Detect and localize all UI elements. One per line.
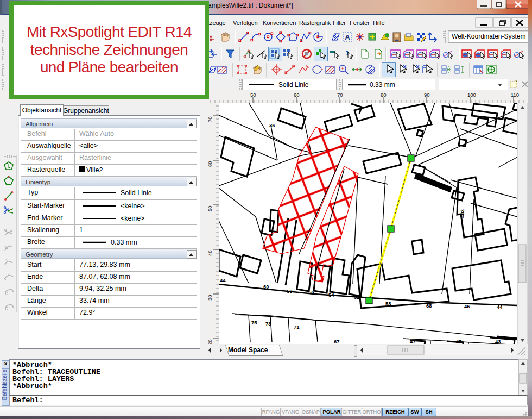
svg-text:75: 75 [251, 320, 257, 326]
svg-text:60: 60 [263, 284, 269, 290]
svg-text:60: 60 [294, 92, 300, 98]
svg-text:60: 60 [207, 161, 213, 167]
svg-text:20: 20 [207, 339, 213, 344]
svg-text:Solid Linie: Solid Linie [121, 189, 152, 197]
svg-text:40: 40 [207, 250, 213, 256]
svg-text:100: 100 [467, 92, 476, 98]
svg-text:44: 44 [220, 277, 226, 283]
svg-text:54: 54 [328, 292, 334, 298]
svg-text:47: 47 [410, 339, 416, 344]
svg-text:50: 50 [207, 205, 213, 211]
svg-text:50: 50 [250, 92, 256, 98]
svg-text:<keine>: <keine> [121, 202, 144, 210]
svg-text:52: 52 [354, 294, 360, 300]
svg-text:58: 58 [385, 301, 391, 307]
svg-text:73: 73 [265, 321, 271, 327]
svg-text:A: A [345, 33, 350, 41]
svg-text:67: 67 [334, 339, 340, 344]
svg-text:80: 80 [381, 92, 387, 98]
svg-text:<keine>: <keine> [121, 215, 144, 222]
svg-text:58: 58 [287, 288, 293, 294]
svg-text:403: 403 [459, 209, 465, 218]
svg-text:70: 70 [207, 116, 213, 122]
svg-text:Solid Linie: Solid Linie [278, 81, 309, 89]
svg-text:110: 110 [511, 92, 519, 98]
svg-text:46: 46 [464, 303, 470, 309]
svg-text:0.33 mm: 0.33 mm [370, 81, 395, 89]
svg-text:30: 30 [207, 295, 213, 301]
svg-text:45: 45 [456, 339, 462, 344]
svg-text:0.33 mm: 0.33 mm [111, 239, 137, 246]
svg-text:44: 44 [497, 304, 503, 310]
svg-text:36: 36 [269, 122, 275, 128]
svg-text:68: 68 [426, 303, 432, 309]
svg-text:43: 43 [495, 339, 501, 344]
svg-text:90: 90 [424, 92, 430, 98]
svg-text:56: 56 [308, 289, 314, 295]
svg-text:70: 70 [337, 92, 343, 98]
svg-text:71: 71 [294, 324, 300, 330]
